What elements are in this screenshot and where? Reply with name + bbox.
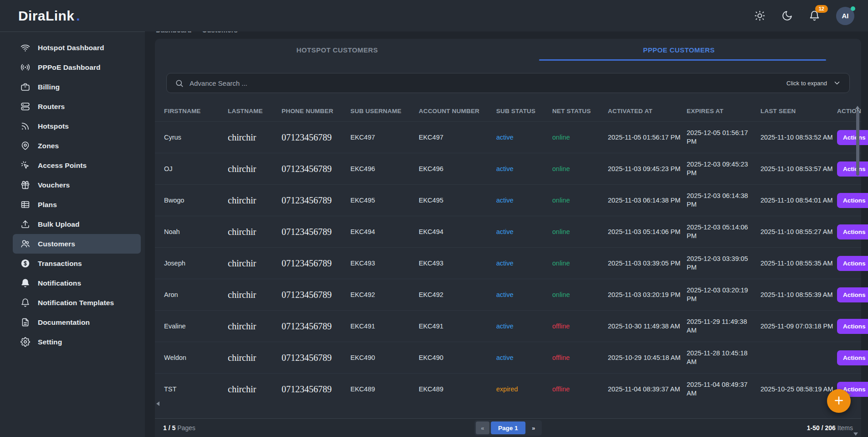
add-customer-fab[interactable] bbox=[827, 389, 851, 413]
cell-phone: 07123456789 bbox=[282, 290, 332, 300]
scrollbar-thumb[interactable] bbox=[856, 112, 859, 176]
next-page-button[interactable]: » bbox=[527, 421, 540, 434]
cell-activated_at: 2025-11-03 09:45:23 PM bbox=[608, 165, 683, 173]
cell-sub_username: EKC494 bbox=[350, 228, 375, 235]
column-header-expires_at: EXPIRES AT bbox=[687, 102, 760, 122]
column-header-last_seen: LAST SEEN bbox=[760, 102, 837, 122]
brand-logo: DiraLink. bbox=[18, 8, 80, 24]
table-vertical-scrollbar[interactable] bbox=[855, 106, 860, 176]
sidebar-item-transactions[interactable]: Transactions bbox=[13, 254, 141, 273]
tab-hotspot-customers[interactable]: HOTSPOT CUSTOMERS bbox=[166, 39, 508, 61]
sidebar-item-label: Access Points bbox=[38, 161, 87, 170]
online-status-dot bbox=[851, 6, 855, 11]
cell-activated_at: 2025-11-03 05:14:06 PM bbox=[608, 228, 683, 236]
plus-icon bbox=[833, 395, 845, 408]
sub-status-value: active bbox=[496, 323, 514, 330]
sidebar-item-documentation[interactable]: Documentation bbox=[13, 312, 141, 332]
table-header-row: FIRSTNAMELASTNAMEPHONE NUMBERSUB USERNAM… bbox=[155, 102, 861, 122]
sidebar-item-notifications[interactable]: Notifications bbox=[13, 273, 141, 293]
items-fraction: 1-50 / 206 bbox=[807, 424, 836, 432]
sidebar-item-routers[interactable]: Routers bbox=[13, 97, 141, 116]
expand-search-label[interactable]: Click to expand bbox=[786, 80, 827, 87]
sidebar-item-bulk-upload[interactable]: Bulk Upload bbox=[13, 214, 141, 234]
sidebar-item-access-points[interactable]: Access Points bbox=[13, 156, 141, 175]
cell-lastname: chirchir bbox=[228, 384, 256, 394]
cell-last_seen: 2025-11-10 08:55:27 AM bbox=[760, 228, 833, 236]
actions-button[interactable]: Actions bbox=[837, 256, 868, 271]
cell-phone: 07123456789 bbox=[282, 321, 332, 331]
table-row: TSTchirchir07123456789EKC489EKC489expire… bbox=[155, 374, 861, 405]
cell-expires_at: 2025-11-29 11:49:38 AM bbox=[687, 317, 757, 335]
wifi-icon bbox=[21, 43, 30, 52]
cell-last_seen: 2025-11-10 08:54:01 AM bbox=[760, 196, 833, 205]
actions-button[interactable]: Actions bbox=[837, 130, 868, 145]
moon-icon bbox=[781, 10, 794, 21]
actions-button[interactable]: Actions bbox=[837, 350, 868, 365]
net-status-value: offline bbox=[552, 385, 570, 393]
actions-button[interactable]: Actions bbox=[837, 319, 868, 334]
cell-expires_at: 2025-12-03 05:14:06 PM bbox=[687, 223, 757, 240]
scroll-up-arrow-icon[interactable] bbox=[855, 106, 860, 109]
items-summary: 1-50 / 206 Items bbox=[807, 424, 853, 432]
cell-firstname: Aron bbox=[164, 291, 178, 298]
actions-button[interactable]: Actions bbox=[837, 193, 868, 208]
actions-button-label: Actions bbox=[843, 134, 866, 141]
sidebar-item-vouchers[interactable]: Vouchers bbox=[13, 175, 141, 195]
page-scroll-down-arrow[interactable] bbox=[853, 432, 858, 436]
cell-firstname: Bwogo bbox=[164, 197, 184, 204]
briefcase-icon bbox=[21, 82, 30, 92]
map-pin-icon bbox=[21, 141, 30, 151]
cell-activated_at: 2025-10-30 11:49:38 AM bbox=[608, 322, 683, 331]
sidebar-item-plans[interactable]: Plans bbox=[13, 195, 141, 214]
cell-account_number: EKC494 bbox=[419, 228, 443, 235]
notifications-button[interactable]: 12 bbox=[809, 10, 822, 22]
cell-lastname: chirchir bbox=[228, 290, 256, 300]
cell-sub_username: EKC495 bbox=[350, 197, 375, 204]
cell-expires_at: 2025-12-03 03:20:19 PM bbox=[687, 286, 757, 303]
actions-button[interactable]: Actions bbox=[837, 287, 868, 302]
sidebar-item-pppoe-dashboard[interactable]: PPPoE Dashboard bbox=[13, 57, 141, 77]
net-status-value: offline bbox=[552, 323, 570, 330]
tab-pppoe-customers[interactable]: PPPOE CUSTOMERS bbox=[508, 39, 850, 61]
sub-status-value: expired bbox=[496, 385, 518, 393]
actions-button[interactable]: Actions bbox=[837, 161, 868, 177]
table-row: Aronchirchir07123456789EKC492EKC492activ… bbox=[155, 279, 861, 311]
table-row: Cyruschirchir07123456789EKC497EKC497acti… bbox=[155, 122, 861, 153]
actions-button[interactable]: Actions bbox=[837, 224, 868, 239]
current-page-button[interactable]: Page 1 bbox=[491, 421, 525, 434]
column-header-phone: PHONE NUMBER bbox=[282, 102, 350, 122]
prev-page-button[interactable]: « bbox=[476, 421, 489, 434]
chevron-down-icon[interactable] bbox=[833, 79, 841, 87]
table-scroll-left-arrow[interactable] bbox=[156, 401, 159, 406]
sidebar-item-billing[interactable]: Billing bbox=[13, 77, 141, 97]
sidebar-item-label: Bulk Upload bbox=[38, 220, 80, 229]
sidebar-item-setting[interactable]: Setting bbox=[13, 332, 141, 352]
actions-button-label: Actions bbox=[843, 260, 866, 267]
cell-sub_username: EKC492 bbox=[350, 291, 375, 298]
sidebar-item-zones[interactable]: Zones bbox=[13, 136, 141, 156]
cell-firstname: Cyrus bbox=[164, 134, 181, 141]
sidebar-item-label: PPPoE Dashboard bbox=[38, 63, 101, 72]
cell-last_seen: 2025-11-09 07:03:18 PM bbox=[760, 322, 833, 331]
sidebar-item-label: Routers bbox=[38, 103, 65, 111]
user-avatar[interactable]: AI bbox=[836, 7, 854, 25]
table-row: Bwogochirchir07123456789EKC495EKC495acti… bbox=[155, 185, 861, 216]
advance-search-bar[interactable]: Advance Search ... Click to expand bbox=[166, 73, 850, 93]
cell-account_number: EKC496 bbox=[419, 165, 443, 172]
sidebar-item-label: Notifications bbox=[38, 279, 81, 287]
sidebar-item-customers[interactable]: Customers bbox=[13, 234, 141, 254]
upload-icon bbox=[21, 219, 30, 229]
cell-phone: 07123456789 bbox=[282, 227, 332, 237]
cell-activated_at: 2025-11-04 08:39:37 AM bbox=[608, 385, 683, 394]
table-row: Evalinechirchir07123456789EKC491EKC491ac… bbox=[155, 311, 861, 342]
dark-mode-button[interactable] bbox=[781, 10, 794, 22]
sidebar-item-notification-templates[interactable]: Notification Templates bbox=[13, 293, 141, 312]
sidebar-item-hotspots[interactable]: Hotspots bbox=[13, 116, 141, 136]
cell-account_number: EKC492 bbox=[419, 291, 443, 298]
cell-account_number: EKC497 bbox=[419, 134, 443, 141]
actions-button-label: Actions bbox=[843, 323, 866, 330]
light-mode-button[interactable] bbox=[754, 10, 767, 22]
table-row: Weldonchirchir07123456789EKC490EKC490act… bbox=[155, 342, 861, 374]
sidebar-item-hotspot-dashboard[interactable]: Hotspot Dashboard bbox=[13, 38, 141, 57]
actions-button-label: Actions bbox=[843, 166, 866, 172]
